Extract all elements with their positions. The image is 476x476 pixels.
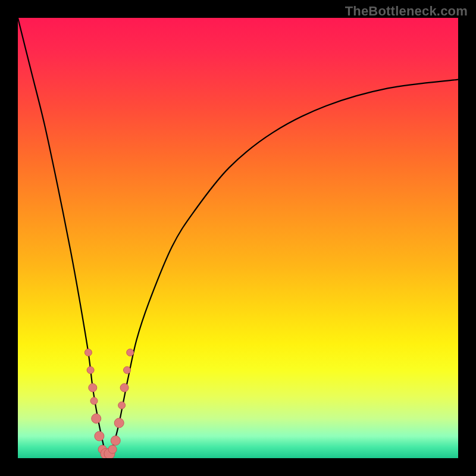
- highlight-dots: [84, 349, 133, 458]
- dot: [118, 402, 126, 409]
- chart-svg: [18, 18, 458, 458]
- dot: [124, 367, 131, 374]
- dot: [111, 436, 120, 445]
- dot: [120, 384, 129, 392]
- plot-area: [18, 18, 458, 458]
- dot: [90, 397, 98, 405]
- dot: [95, 431, 104, 441]
- dot: [114, 418, 124, 428]
- outer-frame: TheBottleneck.com: [0, 0, 476, 476]
- dot: [84, 349, 92, 356]
- watermark-text: TheBottleneck.com: [345, 4, 468, 19]
- dot: [89, 384, 97, 392]
- dot: [92, 414, 101, 423]
- dot: [108, 445, 117, 453]
- bottleneck-curve: [18, 18, 458, 456]
- dot: [87, 367, 94, 374]
- dot: [127, 349, 134, 356]
